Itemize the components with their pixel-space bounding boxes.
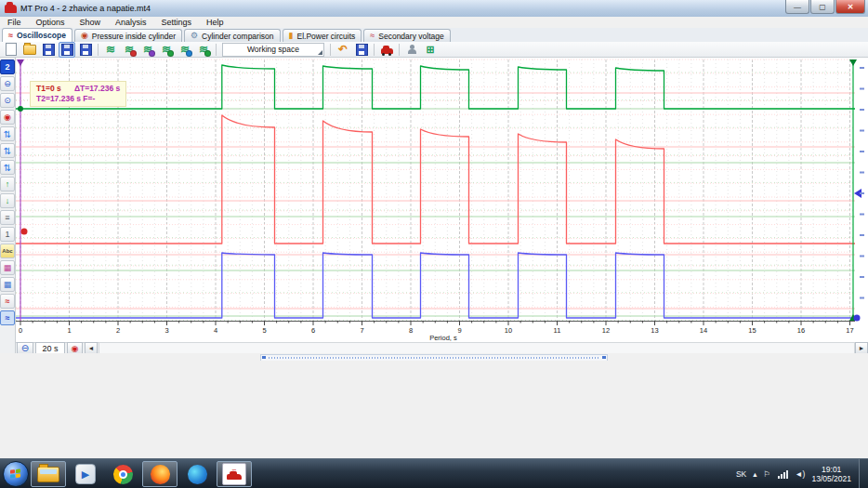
svg-text:10: 10 (505, 326, 512, 335)
tab-label: Pressure inside cylinder (92, 32, 176, 41)
close-button[interactable]: ✕ (835, 0, 865, 14)
wave-icon: ≈ (8, 32, 13, 40)
menu-help[interactable]: Help (199, 17, 231, 28)
svg-text:9: 9 (457, 326, 461, 335)
signals-compare-button[interactable]: ≋ (139, 42, 156, 58)
svg-text:12: 12 (602, 326, 610, 335)
tab-el-power-circuits[interactable]: ▮El.Power circuits (283, 29, 362, 42)
green-zero-marker (18, 106, 23, 112)
svg-text:4: 4 (214, 326, 217, 335)
record-marker-button[interactable]: ◉ (0, 110, 15, 125)
tab-secondary-voltage[interactable]: ≈Secondary voltage (363, 29, 450, 42)
grid-settings-button[interactable]: ▦ (0, 260, 15, 275)
compress-vertical-button[interactable]: ⇅ (0, 160, 15, 175)
expand-vertical-button[interactable]: ⇅ (0, 126, 15, 141)
start-button[interactable] (3, 461, 29, 487)
t2-value: T2=17.236 s (36, 94, 81, 103)
svg-text:8: 8 (409, 326, 413, 335)
save-button[interactable] (40, 42, 57, 58)
undo-button[interactable]: ↶ (335, 42, 351, 58)
network-icon[interactable] (777, 469, 788, 479)
voltage-icon: ≈ (370, 32, 375, 40)
mtpro-taskbar-button[interactable]: ≈ (217, 461, 252, 487)
minimize-button[interactable]: — (785, 0, 809, 14)
open-file-button[interactable] (21, 42, 38, 58)
badge-icon (130, 50, 137, 57)
badge-icon (204, 50, 211, 57)
badge-icon (167, 50, 174, 57)
scope-chart[interactable]: 01234567891011121314151617Period, s (16, 58, 868, 342)
media-player-icon: ▶ (75, 464, 96, 484)
svg-text:6: 6 (311, 326, 315, 335)
svg-text:15: 15 (748, 326, 756, 335)
tray-date: 13/05/2021 (811, 474, 851, 483)
maximize-button[interactable]: ▢ (810, 0, 835, 14)
save-as-button[interactable] (77, 42, 94, 58)
workspace-selector[interactable]: Working space (222, 43, 324, 57)
tab-pressure-inside-cylinder[interactable]: ◉Pressure inside cylinder (74, 29, 182, 42)
oscilloscope-plot[interactable]: 01234567891011121314151617Period, s T1=0… (16, 58, 868, 342)
user-icon (408, 45, 416, 54)
svg-text:14: 14 (700, 326, 707, 335)
move-trace-up-button[interactable]: ↑ (0, 177, 15, 191)
waveform-blue-button[interactable]: ≈ (0, 310, 15, 325)
svg-text:0: 0 (19, 326, 22, 335)
signals-ok-button[interactable]: ≋ (195, 42, 212, 58)
channel-grid-button[interactable]: ▦ (0, 277, 15, 292)
menu-analysis[interactable]: Analysis (108, 17, 154, 28)
toolbar-separator (374, 44, 375, 56)
signals-button[interactable]: ≋ (102, 42, 119, 58)
signals-delete-button[interactable]: ≋ (121, 42, 138, 58)
media-player-taskbar-button[interactable]: ▶ (68, 461, 103, 487)
battery-icon: ▮ (289, 32, 294, 40)
tab-oscilloscope[interactable]: ≈Oscilloscope (2, 28, 72, 42)
hidden-icons-button[interactable]: ▴ (753, 469, 756, 479)
save-workspace-button[interactable] (353, 42, 370, 58)
signals-info-button[interactable]: ≋ (177, 42, 193, 58)
chrome-taskbar-button[interactable] (105, 461, 140, 487)
toolbar-separator (399, 44, 400, 56)
fit-vertical-button[interactable]: ⇅ (0, 143, 15, 158)
menu-show[interactable]: Show (72, 17, 109, 28)
action-center-flag-icon[interactable]: ⚐ (764, 469, 771, 479)
move-trace-down-button[interactable]: ↓ (0, 193, 15, 208)
edge-taskbar-button[interactable] (179, 461, 215, 487)
menu-options[interactable]: Options (29, 17, 72, 28)
volume-icon[interactable]: ◄) (795, 469, 805, 479)
new-file-button[interactable] (3, 42, 20, 58)
t1-value: T1=0 s (36, 84, 61, 93)
ruler-button[interactable]: ≡ (0, 210, 15, 225)
user-button[interactable] (403, 42, 420, 58)
zoom-out-button[interactable]: ⊖ (0, 76, 15, 91)
explorer-taskbar-button[interactable] (31, 461, 66, 487)
vehicle-button[interactable] (378, 42, 395, 58)
splitter-dots (269, 357, 599, 359)
show-desktop-button[interactable] (859, 459, 868, 488)
frequency-value: F=- (83, 94, 95, 103)
pressure-icon: ◉ (81, 32, 88, 40)
scale-button[interactable]: 1 (0, 227, 15, 242)
menu-file[interactable]: File (0, 17, 29, 28)
svg-text:Period, s: Period, s (429, 334, 457, 342)
active-channel-indicator[interactable]: 2 (0, 59, 15, 74)
menu-settings[interactable]: Settings (154, 17, 200, 28)
clock[interactable]: 19:01 13/05/2021 (811, 465, 851, 483)
splitter-left-cap (262, 356, 266, 359)
save-project-button[interactable] (59, 42, 75, 58)
time-scroll-row: ⊖ 20 s ◉ ◄ ► (16, 342, 868, 353)
waveform-red-button[interactable]: ≈ (0, 294, 15, 309)
tab-label: Oscilloscope (17, 31, 66, 40)
toolbar-separator (216, 44, 217, 56)
gear-icon: ⚙ (191, 32, 198, 40)
language-indicator[interactable]: SK (736, 469, 746, 479)
tab-cylinder-comparison[interactable]: ⚙Cylinder comparison (184, 29, 281, 42)
toolbar-separator (98, 44, 99, 56)
save-as-button-icon (80, 44, 92, 56)
signals-check-button[interactable]: ≋ (158, 42, 175, 58)
label-button[interactable]: Abc (0, 244, 15, 258)
add-window-button[interactable]: ⊞ (422, 42, 439, 58)
folder-icon (37, 467, 59, 482)
windows-taskbar: ▶≈ SK ▴ ⚐ ◄) 19:01 13/05/2021 (0, 458, 868, 488)
zoom-reset-button[interactable]: ⊙ (0, 93, 15, 108)
firefox-taskbar-button[interactable] (142, 461, 178, 487)
